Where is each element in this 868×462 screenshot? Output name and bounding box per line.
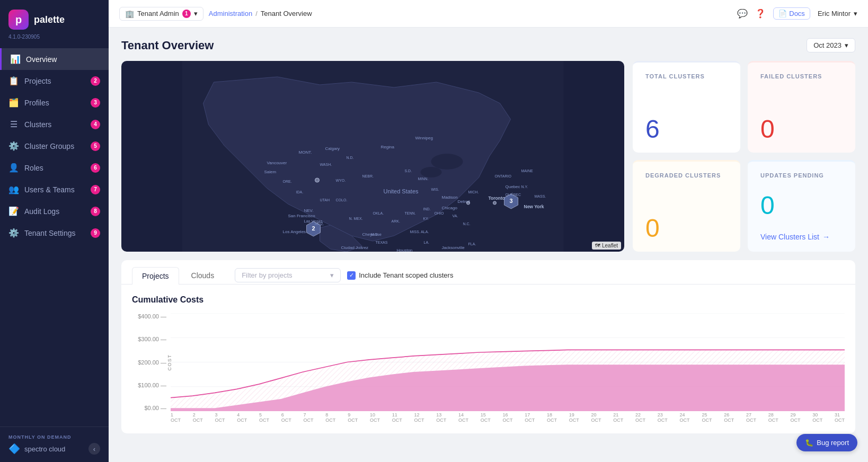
profile-menu[interactable]: Eric Mintor ▾	[818, 10, 857, 17]
tenant-chevron-icon: ▾	[194, 10, 198, 17]
sidebar-version: 4.1.0-230905	[0, 33, 109, 46]
monthly-label: MONTHLY ON DEMAND	[8, 434, 100, 440]
svg-text:Ciudad Juárez: Ciudad Juárez	[341, 245, 369, 250]
svg-text:Madison: Madison	[442, 195, 458, 200]
failed-clusters-label: FAILED CLUSTERS	[760, 73, 843, 79]
include-tenant-checkbox-label[interactable]: ✓ Include Tenant scoped clusters	[347, 271, 453, 280]
sidebar-item-label: Tenant Settings	[24, 229, 76, 237]
roles-badge: 6	[91, 163, 100, 173]
tabs-controls: Filter by projects ▾ ✓ Include Tenant sc…	[235, 268, 453, 282]
sidebar-item-roles[interactable]: 👤 Roles 6	[0, 157, 109, 179]
svg-text:FLA.: FLA.	[468, 242, 476, 246]
tenant-name: Tenant Admin	[137, 10, 179, 17]
roles-icon: 👤	[8, 163, 19, 173]
svg-point-2	[421, 167, 442, 177]
svg-text:NEV.: NEV.	[304, 208, 314, 213]
docs-label: Docs	[789, 10, 805, 17]
y-tick-200: $200.00 —	[138, 359, 166, 366]
month-picker-value: Oct 2023	[813, 41, 842, 49]
dashboard-grid: Vancouver Salem ORE. WASH. MONT. N.D. Re…	[121, 61, 855, 252]
cost-chart-svg	[171, 313, 845, 411]
view-clusters-label: View Clusters List	[760, 233, 819, 241]
docs-button[interactable]: 📄 Docs	[773, 7, 810, 20]
tab-projects[interactable]: Projects	[132, 267, 179, 285]
svg-text:WYO.: WYO.	[336, 179, 346, 182]
sidebar-collapse-button[interactable]: ‹	[88, 443, 100, 455]
sidebar-item-projects[interactable]: 📋 Projects 2	[0, 70, 109, 92]
svg-point-1	[431, 154, 463, 170]
sidebar-item-audit-logs[interactable]: 📝 Audit Logs 8	[0, 200, 109, 222]
bug-report-label: Bug report	[817, 439, 849, 447]
svg-text:Regina: Regina	[381, 145, 395, 149]
sidebar-item-users-teams[interactable]: 👥 Users & Teams 7	[0, 179, 109, 200]
sidebar-footer: MONTHLY ON DEMAND 🔷 spectro cloud ‹	[0, 427, 109, 462]
chat-icon[interactable]: 💬	[737, 8, 748, 19]
svg-text:OKLA.: OKLA.	[373, 211, 384, 215]
updates-pending-value: 0	[760, 193, 843, 218]
help-icon[interactable]: ❓	[755, 8, 766, 19]
sidebar: p palette 4.1.0-230905 📊 Overview 📋 Proj…	[0, 0, 109, 462]
svg-text:IND.: IND.	[423, 207, 431, 211]
updates-pending-label: UPDATES PENDING	[760, 172, 843, 179]
filter-by-projects-dropdown[interactable]: Filter by projects ▾	[235, 268, 341, 282]
y-tick-400: $400.00 —	[138, 313, 166, 319]
bug-report-button[interactable]: 🐛 Bug report	[796, 434, 857, 451]
sidebar-item-label: Audit Logs	[24, 207, 59, 216]
svg-text:Los Angeles: Los Angeles	[283, 229, 306, 234]
tabs-section: Projects Clouds Filter by projects ▾ ✓ I…	[121, 260, 855, 433]
y-tick-300: $300.00 —	[138, 336, 166, 342]
svg-text:2: 2	[312, 225, 315, 232]
page-content: Tenant Overview Oct 2023 ▾	[109, 28, 868, 462]
svg-text:M.O.: M.O.	[371, 233, 379, 236]
filter-chevron-icon: ▾	[330, 271, 334, 279]
svg-text:KY.: KY.	[423, 217, 429, 220]
sidebar-item-profiles[interactable]: 🗂️ Profiles 3	[0, 92, 109, 113]
tenant-selector[interactable]: 🏢 Tenant Admin 1 ▾	[119, 7, 203, 21]
sidebar-item-tenant-settings[interactable]: ⚙️ Tenant Settings 9	[0, 222, 109, 244]
page-title: Tenant Overview	[121, 39, 214, 52]
clusters-badge: 4	[91, 120, 100, 129]
svg-text:Chicago: Chicago	[442, 206, 458, 210]
month-picker[interactable]: Oct 2023 ▾	[807, 38, 855, 52]
include-tenant-label: Include Tenant scoped clusters	[359, 271, 453, 279]
svg-text:San Francisco: San Francisco	[288, 214, 316, 218]
svg-text:N.C.: N.C.	[463, 222, 471, 226]
svg-text:MASS.: MASS.	[535, 194, 546, 198]
sidebar-item-cluster-groups[interactable]: ⚙️ Cluster Groups 5	[0, 135, 109, 157]
sidebar-item-label: Cluster Groups	[24, 142, 74, 150]
svg-text:IDA.: IDA.	[296, 190, 304, 194]
breadcrumb: Administration / Tenant Overview	[209, 10, 732, 17]
tab-clouds[interactable]: Clouds	[181, 266, 225, 284]
sidebar-item-clusters[interactable]: ☰ Clusters 4	[0, 113, 109, 135]
svg-text:TEXAS: TEXAS	[376, 241, 388, 244]
svg-text:Jacksonville: Jacksonville	[442, 245, 465, 250]
svg-text:MINN.: MINN.	[418, 177, 429, 181]
svg-point-60	[315, 178, 320, 182]
view-clusters-arrow-icon: →	[822, 233, 830, 241]
svg-text:MICH.: MICH.	[468, 190, 479, 194]
chart-wrapper: $400.00 — $300.00 — $200.00 — $100.00 — …	[132, 313, 845, 423]
tenant-settings-badge: 9	[91, 228, 100, 238]
svg-text:Winnipeg: Winnipeg	[415, 136, 433, 140]
svg-point-62	[493, 201, 497, 205]
svg-text:TENN.: TENN.	[405, 211, 416, 215]
sidebar-nav: 📊 Overview 📋 Projects 2 🗂️ Profiles 3 ☰ …	[0, 46, 109, 427]
include-tenant-checkbox[interactable]: ✓	[347, 271, 356, 280]
view-clusters-link[interactable]: View Clusters List →	[760, 228, 843, 241]
svg-text:New York: New York	[524, 204, 544, 209]
svg-text:VA.: VA.	[453, 214, 458, 218]
svg-point-61	[467, 201, 470, 205]
audit-logs-badge: 8	[91, 207, 100, 216]
map-card: Vancouver Salem ORE. WASH. MONT. N.D. Re…	[121, 61, 624, 252]
breadcrumb-admin-link[interactable]: Administration	[209, 10, 252, 17]
logo-text: palette	[34, 14, 65, 25]
svg-text:LA.: LA.	[424, 241, 430, 244]
sidebar-item-overview[interactable]: 📊 Overview	[0, 48, 109, 70]
y-axis: $400.00 — $300.00 — $200.00 — $100.00 — …	[132, 313, 166, 423]
svg-text:Salem: Salem	[264, 170, 277, 174]
tenant-icon: 🏢	[125, 10, 134, 18]
svg-text:Calgary: Calgary	[325, 146, 340, 151]
docs-icon: 📄	[778, 10, 787, 17]
map-attribution: 🗺 Leaflet	[592, 242, 621, 250]
overview-icon: 📊	[10, 54, 21, 64]
